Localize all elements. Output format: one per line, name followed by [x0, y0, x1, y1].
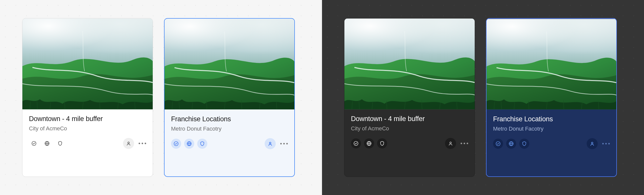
card-title: Downtown - 4 mile buffer	[351, 115, 468, 123]
check-icon[interactable]	[493, 139, 503, 149]
card-footer	[22, 138, 153, 155]
card-body: Franchise Locations Metro Donut Facotry	[487, 110, 616, 138]
card-thumbnail	[344, 18, 475, 109]
more-options-icon[interactable]	[280, 143, 288, 144]
card-thumbnail	[487, 19, 616, 110]
card-actions	[587, 138, 610, 149]
more-options-icon[interactable]	[461, 143, 468, 144]
shield-icon[interactable]	[55, 138, 65, 148]
check-icon[interactable]	[351, 138, 361, 148]
shield-icon[interactable]	[519, 139, 529, 149]
card-actions	[123, 138, 146, 149]
card-downtown[interactable]: Downtown - 4 mile buffer City of AcmeCo	[22, 18, 153, 177]
globe-icon[interactable]	[364, 138, 374, 148]
shield-icon[interactable]	[377, 138, 387, 148]
status-icon-group	[29, 138, 65, 148]
globe-icon[interactable]	[42, 138, 52, 148]
more-options-icon[interactable]	[139, 143, 146, 144]
shield-icon[interactable]	[197, 139, 207, 149]
card-title: Franchise Locations	[493, 115, 610, 123]
check-icon[interactable]	[171, 139, 181, 149]
card-subtitle: City of AcmeCo	[29, 125, 146, 132]
user-icon[interactable]	[123, 138, 134, 149]
card-subtitle: City of AcmeCo	[351, 125, 468, 132]
globe-icon[interactable]	[506, 139, 516, 149]
card-footer	[487, 138, 616, 155]
card-body: Downtown - 4 mile buffer City of AcmeCo	[344, 109, 475, 138]
status-icon-group	[493, 139, 529, 149]
globe-icon[interactable]	[184, 139, 194, 149]
card-thumbnail	[22, 18, 153, 109]
card-actions	[445, 138, 468, 149]
card-actions	[265, 138, 288, 149]
card-downtown[interactable]: Downtown - 4 mile buffer City of AcmeCo	[344, 18, 475, 177]
card-franchise[interactable]: Franchise Locations Metro Donut Facotry	[486, 18, 617, 177]
light-theme-panel: Downtown - 4 mile buffer City of AcmeCo …	[0, 0, 322, 195]
check-icon[interactable]	[29, 138, 39, 148]
card-subtitle: Metro Donut Facotry	[493, 126, 610, 132]
card-footer	[344, 138, 475, 155]
card-franchise[interactable]: Franchise Locations Metro Donut Facotry	[164, 18, 295, 177]
user-icon[interactable]	[445, 138, 456, 149]
card-title: Downtown - 4 mile buffer	[29, 115, 146, 123]
card-subtitle: Metro Donut Facotry	[171, 126, 288, 132]
card-footer	[165, 138, 294, 155]
dark-theme-panel: Downtown - 4 mile buffer City of AcmeCo …	[322, 0, 644, 195]
more-options-icon[interactable]	[602, 143, 610, 144]
status-icon-group	[171, 139, 207, 149]
user-icon[interactable]	[265, 138, 276, 149]
card-thumbnail	[165, 19, 294, 110]
card-body: Downtown - 4 mile buffer City of AcmeCo	[22, 109, 153, 138]
status-icon-group	[351, 138, 387, 148]
card-title: Franchise Locations	[171, 115, 288, 123]
card-body: Franchise Locations Metro Donut Facotry	[165, 110, 294, 138]
user-icon[interactable]	[587, 138, 598, 149]
